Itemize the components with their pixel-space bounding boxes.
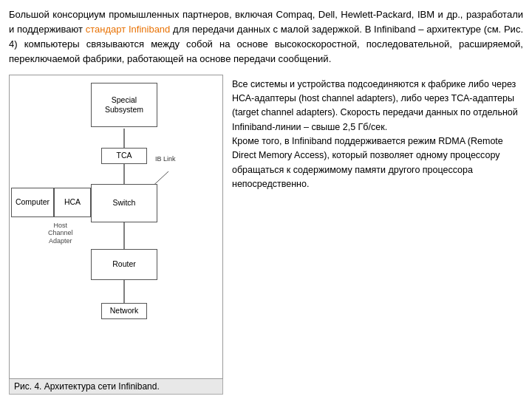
computer-node: Computer: [11, 188, 54, 217]
hca-description: Host Channel Adapter: [48, 222, 73, 245]
host-channel-adapter-label: Host Channel Adapter: [48, 222, 73, 245]
diagram-box: IB Link IB Link Special Subsystem TCA Sw…: [9, 75, 223, 379]
intro-paragraph: Большой консорциум промышленных партнеро…: [9, 7, 523, 67]
hca-label: HCA: [64, 197, 81, 207]
network-label: Network: [110, 306, 139, 316]
router-label: Router: [112, 259, 136, 269]
computer-label: Computer: [16, 197, 50, 207]
special-subsystem-node: Special Subsystem: [91, 83, 157, 127]
ib-link-label-1: IB Link: [154, 155, 177, 163]
router-node: Router: [91, 249, 157, 280]
switch-node: Switch: [91, 184, 157, 222]
page: Большой консорциум промышленных партнеро…: [0, 0, 532, 399]
right-text: Все системы и устройства подсоединяются …: [232, 79, 518, 190]
caption-text: Рис. 4. Архитектура сети Infiniband.: [14, 381, 160, 392]
right-text-panel: Все системы и устройства подсоединяются …: [229, 75, 523, 395]
switch-label: Switch: [113, 198, 136, 208]
highlight-text: стандарт Infiniband: [86, 24, 171, 35]
tca-label: TCA: [117, 151, 132, 160]
special-subsystem-label: Special Subsystem: [105, 95, 143, 114]
caption-bar: Рис. 4. Архитектура сети Infiniband.: [9, 379, 223, 395]
bottom-section: IB Link IB Link Special Subsystem TCA Sw…: [9, 75, 523, 395]
tca-node: TCA: [101, 148, 147, 164]
diagram-area: IB Link IB Link Special Subsystem TCA Sw…: [9, 75, 223, 395]
hca-node: HCA: [54, 188, 91, 217]
network-node: Network: [101, 303, 147, 319]
